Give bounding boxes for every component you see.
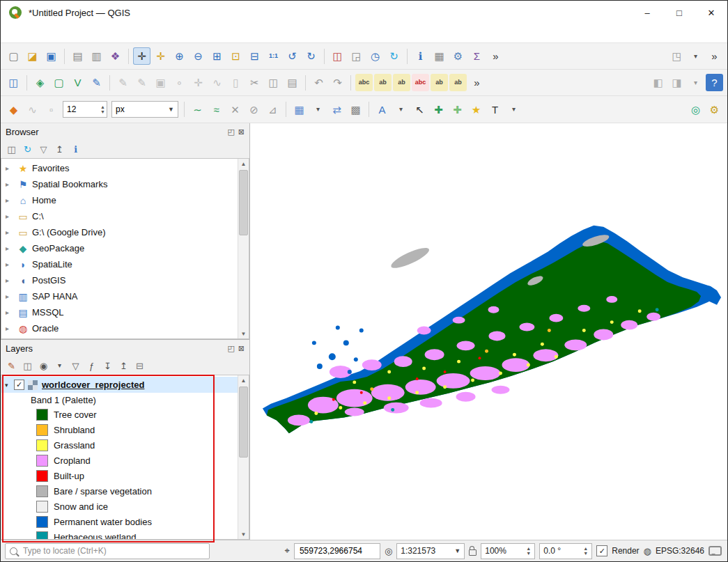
close-panel-button[interactable]: ⊠ — [238, 127, 245, 136]
scroll-down-icon[interactable]: ▼ — [241, 529, 247, 539]
measure-line-button[interactable]: ∿ — [24, 101, 41, 118]
new-virtual-layer-button[interactable]: ✎ — [88, 74, 105, 91]
toolbar-overflow-button[interactable]: » — [487, 47, 504, 65]
new-print-layout-button[interactable]: ▤ — [69, 47, 86, 65]
expand-arrow-icon[interactable]: ▸ — [6, 164, 16, 172]
zoom-native-button[interactable]: 1:1 — [265, 47, 282, 65]
locator-search-button[interactable]: ◎ — [687, 101, 704, 118]
scroll-down-icon[interactable]: ▼ — [241, 329, 247, 338]
raster-stretch-button[interactable]: ▦ — [291, 101, 308, 118]
collapse-all-button[interactable]: ↥ — [116, 359, 131, 373]
zoom-full-button[interactable]: ⊞ — [208, 47, 226, 65]
collapse-all-button[interactable]: ↥ — [52, 142, 67, 157]
stepper-arrows-icon[interactable]: ▲▼ — [100, 104, 105, 114]
scroll-up-icon[interactable]: ▲ — [241, 375, 247, 385]
expand-arrow-icon[interactable]: ▸ — [6, 309, 16, 316]
annotations-toolbar-button[interactable]: ◳ — [668, 47, 686, 65]
locator-bar[interactable] — [5, 543, 210, 559]
magnifier-control[interactable]: 100% ▲▼ — [481, 543, 535, 559]
browser-item-home[interactable]: ▸ ⌂ Home — [1, 192, 238, 208]
close-panel-button[interactable]: ⊠ — [238, 344, 245, 353]
expand-arrow-icon[interactable]: ▸ — [6, 196, 16, 204]
menu-item-layer[interactable] — [38, 31, 49, 36]
open-project-button[interactable]: ◪ — [24, 47, 41, 65]
fill-ring-button[interactable]: ✚ — [449, 101, 466, 118]
legend-class-row[interactable]: Cropland — [1, 453, 238, 468]
delete-selected-button[interactable]: ▯ — [227, 74, 245, 91]
close-button[interactable]: ✕ — [695, 1, 727, 24]
toolbar-overflow-button-right[interactable]: » — [706, 47, 723, 65]
pan-to-selection-button[interactable]: ✛ — [152, 47, 169, 65]
menu-item-plugins[interactable] — [61, 31, 72, 36]
legend-class-row[interactable]: Bare / sparse vegetation — [1, 483, 238, 499]
layer-row-selected[interactable]: ▾ ✓ worldcover_reprojected — [1, 377, 238, 393]
raster-stretch-dropdown[interactable]: ▾ — [309, 101, 327, 118]
stream-digitizing-button[interactable]: ≈ — [208, 101, 225, 118]
font-size-stepper[interactable]: ▲▼ — [63, 101, 107, 118]
expand-arrow-icon[interactable]: ▸ — [6, 260, 16, 268]
expand-arrow-icon[interactable]: ▸ — [6, 228, 16, 236]
copy-features-button[interactable]: ◫ — [265, 74, 282, 91]
toolbar-overflow-button[interactable]: » — [468, 74, 486, 91]
cut-features-button[interactable]: ✂ — [246, 74, 263, 91]
layers-scrollbar[interactable]: ▲ ▼ — [238, 375, 249, 539]
undo-button[interactable]: ↶ — [310, 74, 327, 91]
float-panel-button[interactable]: ◰ — [227, 127, 234, 136]
minimize-button[interactable]: – — [631, 1, 663, 24]
open-layer-styling-button[interactable]: ✎ — [4, 359, 19, 373]
swap-views-button[interactable]: ⇄ — [328, 101, 346, 118]
text-annotation-button[interactable]: T — [486, 101, 504, 118]
menu-item-view[interactable] — [27, 31, 38, 36]
zoom-next-button[interactable]: ↻ — [302, 47, 320, 65]
move-feature-button[interactable]: ✛ — [189, 74, 207, 91]
maximize-button[interactable]: □ — [663, 1, 695, 24]
scrollbar-thumb[interactable] — [239, 387, 248, 458]
crs-indicator[interactable]: EPSG:32646 — [656, 546, 704, 556]
float-panel-button[interactable]: ◰ — [227, 344, 234, 353]
layout-manager-button[interactable]: ▥ — [88, 47, 105, 65]
legend-class-row[interactable]: Snow and ice — [1, 499, 238, 514]
label-rotate-button[interactable]: ab — [449, 74, 467, 91]
browser-item-wms[interactable]: ▸ ◫ WMS/WMTS — [1, 336, 238, 339]
messages-icon[interactable] — [708, 546, 722, 556]
expand-arrow-icon[interactable]: ▸ — [6, 325, 16, 332]
menu-item-processing[interactable] — [127, 31, 139, 36]
refresh-browser-button[interactable]: ↻ — [20, 142, 35, 157]
zoom-last-button[interactable]: ↺ — [284, 47, 301, 65]
menu-item-web[interactable] — [105, 31, 116, 36]
browser-item-g-drive[interactable]: ▸ ▭ G:\ (Google Drive) — [1, 224, 238, 240]
layer-expander-icon[interactable]: ▾ — [5, 382, 14, 389]
render-checkbox[interactable]: ✓ — [596, 545, 607, 556]
browser-item-geopackage[interactable]: ▸ ◆ GeoPackage — [1, 240, 238, 256]
full-histogram-stretch-button[interactable]: ◨ — [668, 74, 686, 91]
redo-button[interactable]: ↷ — [329, 74, 346, 91]
new-map-view-button[interactable]: ◫ — [329, 47, 346, 65]
open-attribute-table-button[interactable]: ▦ — [431, 47, 448, 65]
coordinate-input[interactable] — [298, 545, 376, 556]
style-manager-button[interactable]: ❖ — [107, 47, 124, 65]
font-size-input[interactable] — [63, 104, 96, 115]
layer-name[interactable]: worldcover_reprojected — [42, 380, 144, 390]
mesh-digitizing-button[interactable]: ▩ — [347, 101, 364, 118]
auto-text-format-button[interactable]: A — [373, 101, 391, 118]
layer-visibility-checkbox[interactable]: ✓ — [14, 380, 24, 390]
dotted-rectangle-button[interactable]: ▫ — [42, 101, 60, 118]
label-highlight-button[interactable]: abc — [412, 74, 429, 91]
expand-arrow-icon[interactable]: ▸ — [6, 212, 16, 220]
clear-selection-button[interactable]: ✕ — [226, 101, 244, 118]
add-group-button[interactable]: ◫ — [20, 359, 35, 373]
refresh-map-button[interactable]: ↻ — [385, 47, 403, 65]
new-3d-map-view-button[interactable]: ◲ — [348, 47, 365, 65]
current-edits-button[interactable]: ✎ — [114, 74, 132, 91]
new-spatialite-layer-button[interactable]: V — [69, 74, 86, 91]
browser-item-mssql[interactable]: ▸ ▤ MSSQL — [1, 304, 238, 320]
zoom-to-selection-button[interactable]: ⊡ — [227, 47, 245, 65]
extents-toggle-icon[interactable]: ◎ — [385, 546, 392, 556]
paste-features-button[interactable]: ▤ — [284, 74, 301, 91]
stretch-dropdown-arrow[interactable]: ▾ — [687, 74, 704, 91]
browser-item-favorites[interactable]: ▸ ★ Favorites — [1, 160, 238, 176]
expand-arrow-icon[interactable]: ▸ — [6, 276, 16, 284]
rotation-control[interactable]: 0.0 ° ▲▼ — [539, 543, 592, 559]
menu-item-database[interactable] — [94, 31, 105, 36]
local-histogram-stretch-button[interactable]: ◧ — [649, 74, 667, 91]
